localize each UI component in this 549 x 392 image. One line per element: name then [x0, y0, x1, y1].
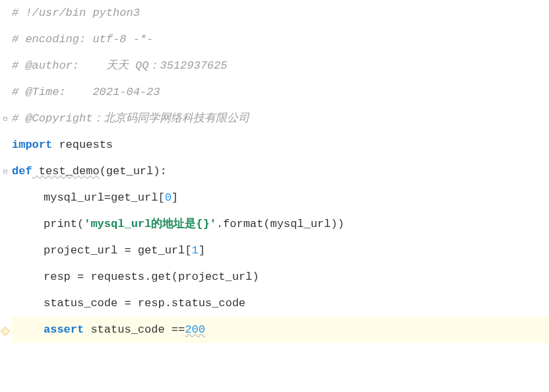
- code-line: print('mysql_url的地址是{}'.format(mysql_url…: [12, 211, 549, 238]
- code-line: # @Copyright：北京码同学网络科技有限公司: [12, 106, 549, 132]
- fold-icon[interactable]: ⊟: [1, 168, 9, 176]
- code-line: # @author: 天天 QQ：3512937625: [12, 53, 549, 79]
- code-line: project_url = get_url[1]: [12, 238, 549, 264]
- comment: # @Copyright：北京码同学网络科技有限公司: [12, 106, 249, 132]
- fold-icon[interactable]: ⊟: [1, 115, 9, 123]
- code-text: ]: [172, 185, 178, 211]
- comment: # encoding: utf-8 -*-: [12, 26, 153, 53]
- builtin-print: print: [44, 211, 77, 238]
- code-text: project_url = get_url[: [44, 238, 191, 264]
- module-name: requests: [52, 132, 113, 158]
- code-line: # !/usr/bin python3: [12, 0, 549, 26]
- code-line: # encoding: utf-8 -*-: [12, 26, 549, 53]
- code-text: resp = requests.get(project_url): [44, 264, 259, 290]
- code-area[interactable]: # !/usr/bin python3 # encoding: utf-8 -*…: [12, 0, 549, 392]
- number-literal: 0: [165, 185, 172, 211]
- code-line: def test_demo(get_url):: [12, 158, 549, 185]
- code-text: mysql_url=get_url[: [44, 185, 165, 211]
- code-line: # @Time: 2021-04-23: [12, 79, 549, 106]
- comment: # @author: 天天 QQ：3512937625: [12, 53, 227, 79]
- code-text: status_code ==: [84, 317, 185, 343]
- comment: # !/usr/bin python3: [12, 0, 140, 26]
- code-line-highlighted: assert status_code ==200: [12, 317, 549, 343]
- keyword-import: import: [12, 132, 52, 158]
- number-literal: 200: [185, 317, 205, 343]
- code-text: status_code = resp.status_code: [44, 290, 245, 317]
- code-text: (: [77, 211, 84, 238]
- code-line: import requests: [12, 132, 549, 158]
- keyword-def: def: [12, 158, 32, 185]
- warning-icon[interactable]: [1, 327, 9, 335]
- params: (get_url):: [100, 158, 167, 185]
- string-literal: 'mysql_url的地址是{}': [84, 211, 216, 238]
- code-line: resp = requests.get(project_url): [12, 264, 549, 290]
- code-text: .format(mysql_url)): [216, 211, 344, 238]
- code-line: status_code = resp.status_code: [12, 290, 549, 317]
- comment: # @Time: 2021-04-23: [12, 79, 160, 106]
- gutter: ⊟ ⊟: [0, 0, 12, 392]
- code-editor: ⊟ ⊟ # !/usr/bin python3 # encoding: utf-…: [0, 0, 549, 392]
- function-name: test_demo: [32, 158, 100, 185]
- keyword-assert: assert: [44, 317, 84, 343]
- code-line: mysql_url=get_url[0]: [12, 185, 549, 211]
- code-text: ]: [199, 238, 205, 264]
- number-literal: 1: [191, 238, 198, 264]
